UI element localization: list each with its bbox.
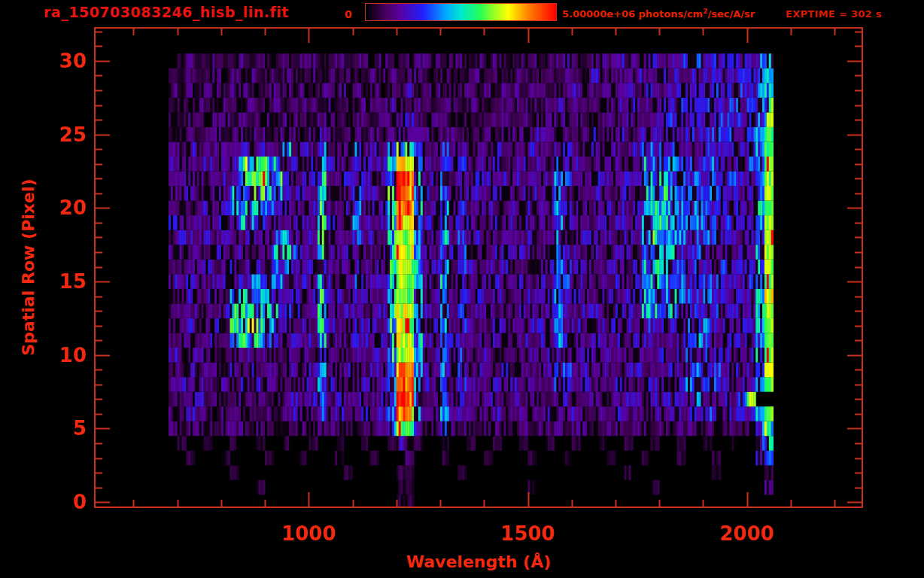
colorbar bbox=[365, 3, 557, 21]
y-tick-label: 10 bbox=[59, 344, 87, 367]
y-tick-label: 0 bbox=[73, 491, 87, 513]
heatmap-canvas bbox=[94, 27, 863, 508]
flux-label-superscript: 2 bbox=[703, 8, 707, 15]
x-tick-label: 1500 bbox=[500, 522, 555, 545]
y-tick-label: 20 bbox=[59, 196, 87, 219]
colorbar-min-label: 0 bbox=[345, 8, 352, 20]
x-tick-label: 2000 bbox=[719, 522, 774, 545]
flux-label-pre: 5.00000e+06 photons/cm bbox=[562, 8, 703, 20]
x-axis-title: Wavelength (Å) bbox=[406, 552, 551, 571]
spectral-viewer-screen: ra_150703083246_hisb_lin.fit 0 5.00000e+… bbox=[0, 0, 924, 578]
colorbar-max-label: 5.00000e+06 photons/cm2/sec/A/sr bbox=[562, 8, 755, 20]
y-tick-label: 5 bbox=[73, 417, 87, 440]
y-tick-label: 25 bbox=[59, 123, 87, 146]
plot-frame bbox=[94, 27, 863, 508]
fits-filename-title: ra_150703083246_hisb_lin.fit bbox=[44, 4, 289, 20]
y-tick-label: 30 bbox=[59, 50, 87, 72]
flux-label-post: /sec/A/sr bbox=[707, 8, 755, 20]
y-axis-title: Spatial Row (Pixel) bbox=[19, 178, 38, 355]
exptime-label: EXPTIME = 302 s bbox=[786, 8, 882, 20]
x-tick-label: 1000 bbox=[281, 522, 336, 545]
y-tick-label: 15 bbox=[59, 270, 87, 293]
colorbar-gradient bbox=[366, 4, 556, 20]
